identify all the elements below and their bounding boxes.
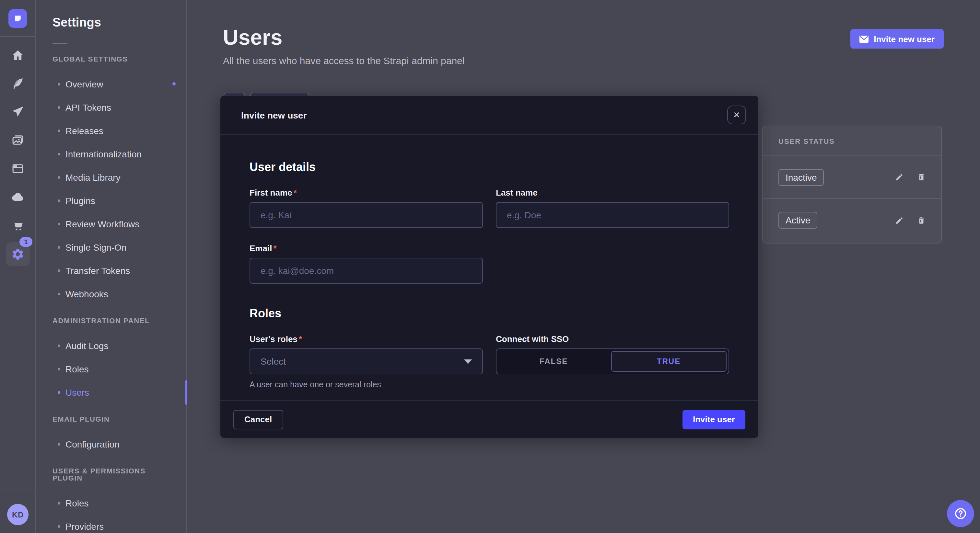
invite-user-submit-button[interactable]: Invite user xyxy=(682,409,745,429)
sidebar-item-api-tokens[interactable]: API Tokens xyxy=(36,96,186,119)
rail-divider-bottom xyxy=(0,490,36,490)
modal-footer: Cancel Invite user xyxy=(220,400,758,438)
delete-user-button[interactable] xyxy=(917,216,926,224)
cloud-icon[interactable] xyxy=(0,188,36,206)
section-global-settings: GLOBAL SETTINGS xyxy=(52,56,170,63)
user-avatar[interactable]: KD xyxy=(7,504,29,525)
sidebar-item-releases[interactable]: Releases xyxy=(36,119,186,143)
modal-body: User details First name* Last name Email… xyxy=(220,135,758,389)
settings-notification-badge: 1 xyxy=(19,237,32,247)
delete-user-button[interactable] xyxy=(917,173,926,181)
first-name-group: First name* xyxy=(250,188,483,228)
sidebar-item-single-sign-on[interactable]: Single Sign-On xyxy=(36,236,186,259)
email-group: Email* xyxy=(250,244,483,284)
users-roles-select[interactable]: Select xyxy=(250,348,483,374)
select-value: Select xyxy=(261,356,286,366)
invite-new-user-modal: Invite new user ✕ User details First nam… xyxy=(220,96,758,438)
required-asterisk: * xyxy=(294,188,297,198)
question-circle-icon xyxy=(953,506,968,521)
page-subtitle: All the users who have access to the Str… xyxy=(223,55,465,66)
users-table-card: USER STATUS Inactive Active xyxy=(762,125,942,244)
connect-with-sso-toggle[interactable]: FALSE TRUE xyxy=(496,348,729,374)
sidebar-title-divider xyxy=(52,43,67,44)
close-icon[interactable]: ✕ xyxy=(727,106,746,124)
last-name-group: Last name xyxy=(496,188,729,228)
modal-header: Invite new user ✕ xyxy=(220,96,758,135)
marketplace-cart-icon[interactable] xyxy=(0,216,36,235)
pencil-icon xyxy=(895,216,904,224)
sidebar-item-configuration[interactable]: Configuration xyxy=(36,433,186,456)
paper-plane-icon[interactable] xyxy=(0,102,36,121)
chevron-down-icon xyxy=(464,359,472,364)
email-label: Email* xyxy=(250,244,483,253)
strapi-admin-app: 1 KD Settings GLOBAL SETTINGS Overview A… xyxy=(0,0,980,533)
edit-user-button[interactable] xyxy=(895,173,904,181)
sso-false-option[interactable]: FALSE xyxy=(496,349,611,374)
sidebar-item-admin-roles[interactable]: Roles xyxy=(36,357,186,381)
feather-content-icon[interactable] xyxy=(0,74,36,92)
sidebar-item-plugins[interactable]: Plugins xyxy=(36,189,186,213)
main-nav-rail: 1 KD xyxy=(0,0,36,533)
table-row: Inactive xyxy=(763,156,941,199)
rail-divider xyxy=(0,36,36,37)
sidebar-item-users[interactable]: Users xyxy=(36,381,186,404)
sidebar-item-internationalization[interactable]: Internationalization xyxy=(36,143,186,166)
users-roles-label: User's roles* xyxy=(250,334,483,344)
last-name-label: Last name xyxy=(496,188,729,198)
layout-icon[interactable] xyxy=(0,159,36,178)
required-asterisk: * xyxy=(299,334,302,344)
user-details-heading: User details xyxy=(250,160,729,174)
sso-group: Connect with SSO FALSE TRUE xyxy=(496,334,729,389)
sidebar-item-up-roles[interactable]: Roles xyxy=(36,492,186,515)
status-badge: Active xyxy=(778,212,817,228)
required-asterisk: * xyxy=(273,244,277,253)
overview-notification-dot xyxy=(172,82,176,86)
sidebar-item-audit-logs[interactable]: Audit Logs xyxy=(36,334,186,357)
invite-new-user-button[interactable]: Invite new user xyxy=(850,29,944,49)
strapi-logo[interactable] xyxy=(8,9,27,28)
last-name-field[interactable] xyxy=(496,202,729,228)
users-roles-group: User's roles* Select A user can have one… xyxy=(250,334,483,389)
sidebar-item-webhooks[interactable]: Webhooks xyxy=(36,282,186,306)
section-email-plugin: EMAIL PLUGIN xyxy=(52,416,170,423)
page-title: Users xyxy=(223,26,282,49)
sidebar-item-overview[interactable]: Overview xyxy=(36,73,186,96)
user-status-column-header: USER STATUS xyxy=(763,126,941,156)
edit-user-button[interactable] xyxy=(895,216,904,224)
sidebar-item-transfer-tokens[interactable]: Transfer Tokens xyxy=(36,259,186,282)
email-field[interactable] xyxy=(250,258,483,284)
sidebar-item-media-library[interactable]: Media Library xyxy=(36,166,186,189)
trash-icon xyxy=(917,173,926,181)
modal-title: Invite new user xyxy=(241,110,307,120)
sso-true-option[interactable]: TRUE xyxy=(611,351,727,372)
first-name-label: First name* xyxy=(250,188,483,198)
table-row: Active xyxy=(763,199,941,241)
section-users-permissions-plugin: USERS & PERMISSIONS PLUGIN xyxy=(52,468,170,482)
settings-sidebar: Settings GLOBAL SETTINGS Overview API To… xyxy=(36,0,187,533)
help-button[interactable] xyxy=(947,500,974,527)
section-administration-panel: ADMINISTRATION PANEL xyxy=(52,317,170,324)
first-name-field[interactable] xyxy=(250,202,483,228)
sidebar-item-review-workflows[interactable]: Review Workflows xyxy=(36,213,186,236)
media-library-icon[interactable] xyxy=(0,131,36,149)
settings-gear-tile[interactable]: 1 xyxy=(6,242,30,266)
envelope-icon xyxy=(859,35,869,43)
status-badge: Inactive xyxy=(778,169,824,186)
cancel-button[interactable]: Cancel xyxy=(233,409,283,429)
pencil-icon xyxy=(895,173,904,181)
home-icon[interactable] xyxy=(0,46,36,64)
roles-hint: A user can have one or several roles xyxy=(250,380,483,389)
sso-label: Connect with SSO xyxy=(496,334,729,344)
sidebar-title: Settings xyxy=(36,0,186,30)
trash-icon xyxy=(917,216,926,224)
roles-heading: Roles xyxy=(250,307,729,320)
sidebar-item-providers[interactable]: Providers xyxy=(36,515,186,533)
settings-gear-icon xyxy=(11,247,25,261)
